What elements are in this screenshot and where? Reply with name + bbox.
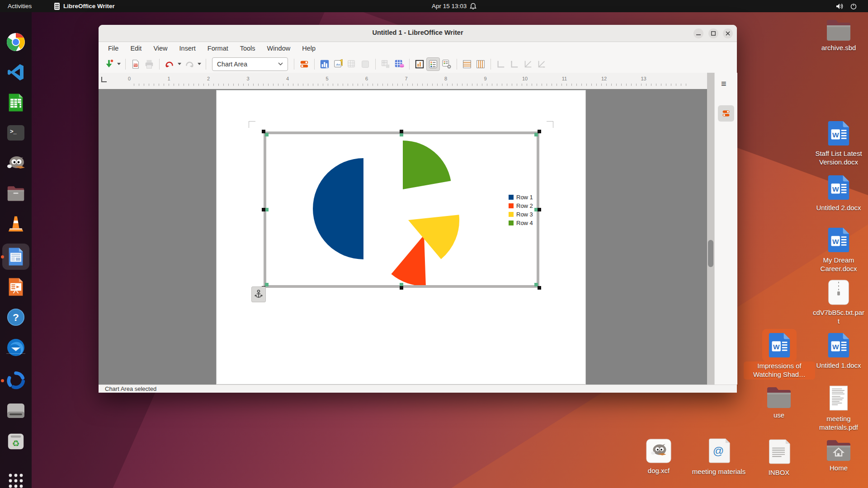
insert-image-button[interactable] [331,57,345,71]
data-ranges-button[interactable] [379,57,392,71]
system-status-menu[interactable] [836,0,857,12]
dock-help[interactable]: ? [5,306,27,328]
export-pdf-button[interactable]: PDF [129,57,142,71]
horizontal-grids-button[interactable] [460,57,474,71]
dock-gimp[interactable] [5,152,27,174]
ruler[interactable]: 012345678910111213 [99,73,707,89]
desktop-icon-inbox[interactable]: INBOX [745,438,813,477]
dock-libreoffice-impress[interactable] [5,276,27,298]
dock-vlc[interactable] [5,212,27,234]
menu-window[interactable]: Window [261,45,297,52]
clock-menu[interactable]: Apr 15 13:03 [432,0,476,12]
minimize-button[interactable] [693,28,703,38]
legend-entry[interactable]: Row 3 [509,210,533,219]
desktop-icon-impressions-selected[interactable]: Impressions of Watching Shad… [744,332,815,380]
document-area[interactable]: Row 1Row 2Row 3Row 4 [99,89,707,385]
legend-toggle-button[interactable] [426,57,440,71]
selection-handle[interactable] [262,130,265,133]
title-bar[interactable]: Untitled 1 - LibreOffice Writer [99,25,737,42]
dock-libreoffice-writer[interactable] [5,246,27,267]
pie-slice-row-2[interactable] [391,235,426,285]
selection-handle-inner[interactable] [265,133,269,136]
menu-tools[interactable]: Tools [234,45,261,52]
selection-handle-inner[interactable] [534,133,538,136]
pie-slice-row-4[interactable] [403,141,451,189]
sidebar-panel: ≡ [714,73,737,385]
desktop-icon-home[interactable]: Home [805,438,868,473]
activities-button[interactable]: Activities [8,0,32,12]
dock-libreoffice-calc[interactable] [5,92,27,113]
dock-chrome[interactable] [5,31,27,53]
menu-view[interactable]: View [147,45,173,52]
dock-trash[interactable]: ♻ [5,431,27,452]
legend-entry[interactable]: Row 2 [509,202,533,210]
menu-edit[interactable]: Edit [124,45,147,52]
desktop-icon-meeting-materials-pdf[interactable]: meeting materials.pdf [807,385,868,432]
insert-grid-button[interactable] [345,57,359,71]
dock-vscode[interactable] [5,61,27,83]
load-document-button[interactable] [102,57,116,71]
undo-dropdown[interactable] [176,57,183,71]
chart-wall-button[interactable] [413,57,426,71]
selection-handle-inner[interactable] [400,133,403,136]
chart-object-frame[interactable]: Row 1Row 2Row 3Row 4 [264,131,539,288]
format-selection-button[interactable] [297,57,311,71]
undo-button[interactable] [163,57,176,71]
sidebar-menu-icon[interactable]: ≡ [721,79,726,88]
x-axis-button[interactable] [494,57,508,71]
dock-drive[interactable] [5,400,27,422]
desktop-icon-use[interactable]: use [745,385,813,420]
all-axes-button[interactable] [535,57,548,71]
selection-handle[interactable] [400,130,403,133]
dock-app-grid[interactable] [5,470,27,488]
load-document-dropdown[interactable] [116,57,122,71]
y-axis-button[interactable] [508,57,521,71]
legend-entry[interactable]: Row 1 [509,193,533,202]
selection-handle[interactable] [400,286,403,290]
pie-slice-row-1[interactable] [313,158,363,259]
chart-area-button[interactable] [359,57,372,71]
anchor-icon[interactable] [251,286,266,302]
z-axis-button[interactable] [521,57,535,71]
data-table-button[interactable] [392,57,406,71]
menu-file[interactable]: File [102,45,124,52]
dock-terminal[interactable]: >_ [5,122,27,144]
dock-software-updater[interactable] [5,370,27,391]
redo-button[interactable] [183,57,196,71]
desktop-icon-part-file[interactable]: cdV7bB5c.txt.part [812,279,865,326]
sidebar-properties-button[interactable] [718,105,734,122]
selection-handle[interactable] [538,130,541,133]
desktop-icon-my-dream-career[interactable]: My Dream Career.docx [807,227,868,273]
tab-stop-indicator[interactable] [101,77,107,82]
drive-icon [6,403,25,419]
desktop-icon-archive[interactable]: archive.sbd [805,18,868,52]
menu-help[interactable]: Help [296,45,321,52]
selection-handle[interactable] [262,208,265,211]
vertical-grids-button[interactable] [474,57,487,71]
chart-type-button[interactable] [318,57,331,71]
desktop-icon-dog-xcf[interactable]: dog.xcf [625,438,693,475]
print-button[interactable] [142,57,156,71]
selection-handle[interactable] [538,208,541,211]
selection-handle-inner[interactable] [265,208,269,211]
dock-thunderbird[interactable] [5,337,27,358]
legend-entry[interactable]: Row 4 [509,219,533,227]
scrollbar-thumb[interactable] [708,240,713,267]
vertical-scrollbar[interactable] [707,73,714,385]
focused-app-indicator[interactable]: LibreOffice Writer [54,0,115,12]
selection-handle-inner[interactable] [265,283,269,286]
chart-legend[interactable]: Row 1Row 2Row 3Row 4 [509,193,533,227]
maximize-button[interactable] [708,28,718,38]
desktop-icon-meeting-materials[interactable]: @ meeting materials [685,437,753,476]
menu-insert[interactable]: Insert [174,45,202,52]
redo-dropdown[interactable] [196,57,203,71]
selection-handle[interactable] [538,286,541,290]
legend-options-button[interactable] [440,57,453,71]
svg-text:♻: ♻ [12,439,19,448]
desktop-icon-staff-list[interactable]: Staff List Latest Version.docx [805,120,868,167]
dock-files[interactable] [5,182,27,204]
menu-format[interactable]: Format [202,45,234,52]
close-button[interactable] [723,28,733,38]
chart-element-selector[interactable]: Chart Area [212,57,288,71]
desktop-icon-untitled-2[interactable]: Untitled 2.docx [805,174,868,212]
